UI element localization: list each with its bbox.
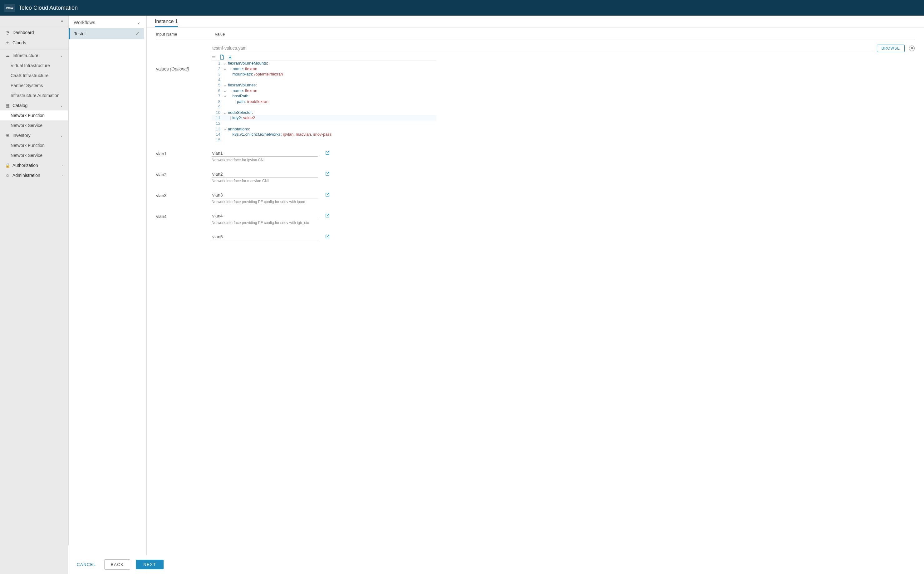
line-number: 15 [212, 137, 222, 143]
sidebar-item-clouds[interactable]: ⌖ Clouds [0, 38, 68, 48]
code: annotations: [227, 126, 436, 132]
sidebar-item-network-service[interactable]: Network Service [0, 120, 68, 130]
vlan-row [156, 230, 915, 246]
external-link-icon[interactable] [325, 213, 330, 219]
sidebar-item-inv-network-service[interactable]: Network Service [0, 150, 68, 160]
editor-line[interactable]: 11 | key2: value2 [212, 115, 436, 121]
vlan-input[interactable] [212, 171, 318, 178]
tab-instance-1[interactable]: Instance 1 [155, 17, 178, 27]
editor-line[interactable]: 15 [212, 137, 436, 143]
check-icon: ✓ [136, 31, 139, 36]
sidebar-item-dashboard[interactable]: ◔ Dashboard [0, 27, 68, 38]
vlan-row: vlan2Network interface for macvlan CNI [156, 168, 915, 189]
fold-icon[interactable]: ⌄ [222, 110, 227, 115]
line-number: 11 [212, 115, 222, 121]
vlan-hint: Network interface for ipvlan CNI [212, 158, 318, 162]
external-link-icon[interactable] [325, 172, 330, 177]
code: - name: flexran [227, 88, 436, 94]
sidebar-item-label: Network Function [11, 113, 45, 118]
vlan-hint: Network interface for macvlan CNI [212, 179, 318, 183]
line-number: 10 [212, 110, 222, 115]
editor-line[interactable]: 5⌄flexranVolumes: [212, 82, 436, 88]
sidebar-item-network-function[interactable]: Network Function [0, 110, 68, 120]
code [227, 137, 436, 143]
sidebar-item-label: Network Function [11, 143, 45, 148]
fold-icon[interactable]: ⌄ [222, 126, 227, 132]
external-link-icon[interactable] [325, 234, 330, 240]
sidebar-item-catalog[interactable]: ▦ Catalog ⌄ [0, 101, 68, 110]
fold-icon[interactable]: ⌄ [222, 82, 227, 88]
next-button[interactable]: NEXT [136, 560, 164, 569]
sidebar-item-caas[interactable]: CaaS Infrastructure [0, 71, 68, 80]
sidebar-item-inv-network-function[interactable]: Network Function [0, 140, 68, 150]
code [227, 104, 436, 110]
editor-line[interactable]: 14 k8s.v1.cni.cncf.io/networks: ipvlan, … [212, 132, 436, 137]
editor-line[interactable]: 13⌄annotations: [212, 126, 436, 132]
sidebar-item-label: Inventory [13, 133, 31, 138]
yaml-editor[interactable]: 1⌄flexranVolumeMounts:2⌄ - name: flexran… [212, 60, 436, 143]
workflow-item-testnf[interactable]: Testnf ✓ [69, 28, 144, 39]
sidebar-item-administration[interactable]: ☺ Administration › [0, 170, 68, 180]
fold-icon[interactable]: ⌄ [222, 66, 227, 72]
editor-line[interactable]: 4 [212, 77, 436, 83]
chevron-down-icon: ⌄ [60, 134, 63, 137]
editor-line[interactable]: 9 [212, 104, 436, 110]
workflow-header[interactable]: Workflows ⌄ [68, 17, 146, 27]
cancel-button[interactable]: CANCEL [74, 560, 99, 569]
editor-line[interactable]: 7⌄ hostPath: [212, 93, 436, 99]
vlan-input[interactable] [212, 150, 318, 157]
download-icon[interactable] [228, 55, 233, 60]
editor-line[interactable]: 12 [212, 121, 436, 126]
sidebar-item-inventory[interactable]: ⊞ Inventory ⌄ [0, 130, 68, 140]
sidebar-item-infrastructure[interactable]: ☁ Infrastructure ⌄ [0, 50, 68, 60]
code [227, 121, 436, 126]
vlan-input[interactable] [212, 192, 318, 199]
external-link-icon[interactable] [325, 151, 330, 156]
line-number: 9 [212, 104, 222, 110]
fold-icon [222, 77, 227, 83]
external-link-icon[interactable] [325, 192, 330, 198]
sidebar-item-infra-automation[interactable]: Infrastructure Automation [0, 90, 68, 101]
editor-line[interactable]: 3 mountPath: /opt/intel/flexran [212, 71, 436, 77]
back-button[interactable]: BACK [104, 559, 130, 569]
editor-line[interactable]: 10⌄nodeSelector: [212, 110, 436, 115]
chevron-down-icon: ⌄ [137, 19, 141, 25]
line-number: 5 [212, 82, 222, 88]
file-name-input[interactable]: testnf-values.yaml [212, 44, 872, 52]
line-number: 2 [212, 66, 222, 72]
clear-file-button[interactable]: ✕ [909, 46, 915, 51]
document-icon[interactable] [220, 55, 225, 60]
editor-line[interactable]: 2⌄ - name: flexran [212, 66, 436, 72]
sidebar-item-authorization[interactable]: 🔒 Authorization › [0, 160, 68, 170]
vlan-input[interactable] [212, 213, 318, 219]
browse-button[interactable]: BROWSE [877, 45, 905, 52]
fold-icon[interactable]: ⌄ [222, 88, 227, 94]
vlan-row: vlan4Network interface providing PF conf… [156, 210, 915, 230]
code [227, 77, 436, 83]
sidebar-item-label: Network Service [11, 123, 43, 128]
editor-line[interactable]: 1⌄flexranVolumeMounts: [212, 60, 436, 66]
code: | key2: value2 [227, 115, 436, 121]
editor-line[interactable]: 8 | path: /root/flexran [212, 99, 436, 104]
column-headers: Input Name Value [156, 27, 915, 40]
sidebar-item-virtual-infra[interactable]: Virtual Infrastructure [0, 60, 68, 71]
editor-line[interactable]: 6⌄ - name: flexran [212, 88, 436, 94]
fold-icon [222, 104, 227, 110]
workflows-title: Workflows [74, 20, 95, 25]
line-number: 4 [212, 77, 222, 83]
list-icon[interactable]: ≣ [212, 55, 216, 60]
catalog-icon: ▦ [5, 103, 10, 108]
editor-toolbar: ≣ [212, 55, 915, 60]
vlan-label: vlan2 [156, 171, 206, 177]
fold-icon[interactable]: ⌄ [222, 60, 227, 66]
line-number: 12 [212, 121, 222, 126]
line-number: 14 [212, 132, 222, 137]
sidebar-item-partner-systems[interactable]: Partner Systems [0, 80, 68, 90]
sidebar-collapse[interactable]: « [0, 16, 68, 26]
sidebar-item-label: Authorization [13, 163, 38, 168]
vlan-input[interactable] [212, 233, 318, 240]
app-title: Telco Cloud Automation [19, 5, 78, 11]
workflow-item-label: Testnf [74, 31, 85, 36]
fold-icon[interactable]: ⌄ [222, 93, 227, 99]
code: hostPath: [227, 93, 436, 99]
